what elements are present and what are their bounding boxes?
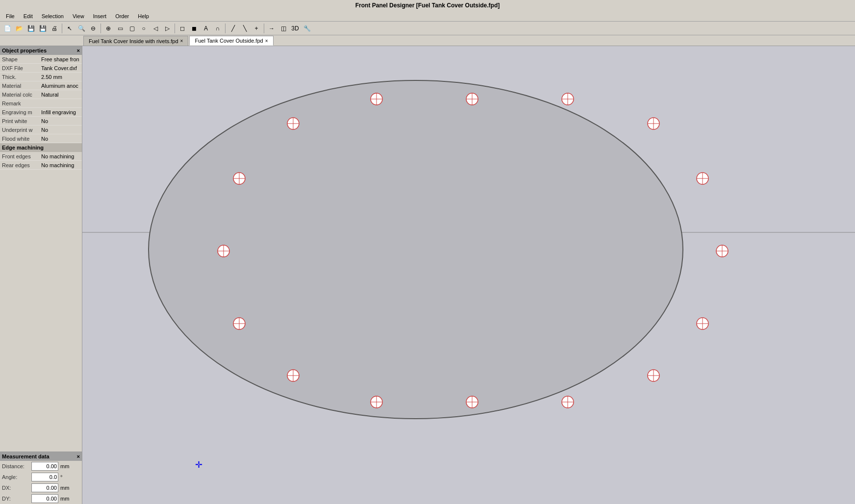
prop-label-dxf: DXF File bbox=[0, 65, 39, 71]
meas-input-dy[interactable] bbox=[31, 494, 58, 503]
meas-unit-dy: mm bbox=[60, 496, 69, 502]
rivet-center-r bbox=[716, 245, 728, 257]
prop-label-frontedges: Front edges bbox=[0, 153, 39, 159]
toolbar-btn-1[interactable]: 📂 bbox=[14, 23, 25, 34]
toolbar-btn-12[interactable]: ◁ bbox=[150, 23, 161, 34]
obj-props-close[interactable]: × bbox=[77, 48, 80, 53]
prop-value-floodwhite: No bbox=[39, 136, 82, 142]
tab-close-0[interactable]: × bbox=[180, 38, 183, 44]
edge-machining-label: Edge machining bbox=[2, 145, 44, 151]
meas-label-dy: DY: bbox=[2, 496, 31, 502]
canvas-area[interactable]: ✛ bbox=[82, 46, 855, 504]
menu-item-file[interactable]: File bbox=[2, 12, 19, 20]
prop-value-rearedges: No machining bbox=[39, 162, 82, 168]
prop-label-shape: Shape bbox=[0, 56, 39, 62]
meas-close[interactable]: × bbox=[77, 454, 80, 459]
toolbar-btn-22[interactable]: ◫ bbox=[278, 23, 289, 34]
prop-label-engrave: Engraving m bbox=[0, 109, 39, 115]
prop-label-rearedges: Rear edges bbox=[0, 162, 39, 168]
menu-bar: FileEditSelectionViewInsertOrderHelp bbox=[0, 11, 855, 22]
toolbar-btn-10[interactable]: ▢ bbox=[126, 23, 137, 34]
toolbar-separator-21 bbox=[264, 24, 264, 33]
prop-value-engrave: Infill engraving bbox=[39, 109, 82, 115]
toolbar-btn-23[interactable]: 3D bbox=[290, 23, 301, 34]
rivet-top-2 bbox=[371, 93, 382, 105]
toolbar-separator-5 bbox=[62, 24, 62, 33]
prop-label-floodwhite: Flood white bbox=[0, 136, 39, 142]
meas-input-angle[interactable] bbox=[31, 473, 58, 481]
rivet-bot-1 bbox=[287, 370, 299, 381]
toolbar-btn-16[interactable]: A bbox=[201, 23, 211, 34]
toolbar-btn-19[interactable]: ╲ bbox=[239, 23, 250, 34]
toolbar-btn-4[interactable]: 🖨 bbox=[49, 23, 60, 34]
rivet-center-l bbox=[218, 245, 229, 257]
prop-label-material: Material bbox=[0, 83, 39, 89]
toolbar-btn-0[interactable]: 📄 bbox=[2, 23, 13, 34]
rivet-bot-2 bbox=[371, 396, 382, 408]
prop-row-remark: Remark bbox=[0, 99, 82, 108]
prop-row-dxf: DXF File Tank Cover.dxf bbox=[0, 64, 82, 73]
toolbar-separator-8 bbox=[101, 24, 101, 33]
toolbar-separator-18 bbox=[225, 24, 226, 33]
toolbar-btn-17[interactable]: ∩ bbox=[212, 23, 223, 34]
menu-item-view[interactable]: View bbox=[69, 12, 88, 20]
menu-item-order[interactable]: Order bbox=[111, 12, 133, 20]
toolbar-btn-9[interactable]: ▭ bbox=[115, 23, 126, 34]
panel-svg: ✛ bbox=[82, 46, 855, 504]
rivet-top-1 bbox=[287, 118, 299, 129]
prop-row-matcolor: Material colc Natural bbox=[0, 90, 82, 99]
prop-row-underprint: Underprint w No bbox=[0, 126, 82, 134]
toolbar-separator-14 bbox=[175, 24, 175, 33]
object-properties: Object properties × Shape Free shape fro… bbox=[0, 46, 82, 452]
meas-input-dx[interactable] bbox=[31, 483, 58, 492]
rivet-mid-r2 bbox=[697, 318, 708, 329]
toolbar-btn-3[interactable]: 💾 bbox=[37, 23, 48, 34]
toolbar-btn-11[interactable]: ○ bbox=[138, 23, 149, 34]
prop-row-shape: Shape Free shape fron bbox=[0, 55, 82, 64]
tabs-bar: Fuel Tank Cover Inside with rivets.fpd×F… bbox=[0, 35, 855, 46]
toolbar-btn-24[interactable]: 🔧 bbox=[302, 23, 312, 34]
prop-row-material: Material Aluminum anoc bbox=[0, 81, 82, 90]
menu-item-help[interactable]: Help bbox=[134, 12, 153, 20]
obj-props-title: Object properties bbox=[2, 48, 47, 53]
menu-item-edit[interactable]: Edit bbox=[20, 12, 37, 20]
prop-value-underprint: No bbox=[39, 127, 82, 133]
tab-1[interactable]: Fuel Tank Cover Outside.fpd× bbox=[189, 36, 273, 46]
rivet-mid-l2 bbox=[233, 318, 245, 329]
tab-close-1[interactable]: × bbox=[265, 38, 268, 44]
meas-row-angle: Angle: ° bbox=[0, 472, 82, 482]
rivet-top-4 bbox=[562, 93, 574, 105]
prop-row-floodwhite: Flood white No bbox=[0, 134, 82, 143]
rivet-top-3 bbox=[466, 93, 478, 105]
meas-row-distance: Distance: mm bbox=[0, 461, 82, 472]
meas-header: Measurement data × bbox=[0, 452, 82, 461]
toolbar-btn-14[interactable]: ◻ bbox=[177, 23, 188, 34]
toolbar-btn-8[interactable]: ⊕ bbox=[103, 23, 114, 34]
measurement-data: Measurement data × Distance: mm Angle: °… bbox=[0, 452, 82, 504]
prop-label-matcolor: Material colc bbox=[0, 92, 39, 98]
toolbar-btn-13[interactable]: ▷ bbox=[162, 23, 173, 34]
meas-unit-angle: ° bbox=[60, 474, 62, 480]
tab-0[interactable]: Fuel Tank Cover Inside with rivets.fpd× bbox=[83, 36, 188, 46]
toolbar-btn-5[interactable]: ↖ bbox=[64, 23, 75, 34]
prop-row-thick: Thick. 2.50 mm bbox=[0, 73, 82, 81]
toolbar-btn-15[interactable]: ◼ bbox=[189, 23, 200, 34]
meas-row-dy: DY: mm bbox=[0, 493, 82, 504]
rivet-mid-r1 bbox=[697, 173, 708, 184]
toolbar-btn-2[interactable]: 💾 bbox=[25, 23, 36, 34]
main-content: Object properties × Shape Free shape fro… bbox=[0, 46, 855, 504]
meas-unit-distance: mm bbox=[60, 463, 69, 469]
prop-value-shape: Free shape fron bbox=[39, 56, 82, 62]
rivet-bot-4 bbox=[562, 396, 574, 408]
toolbar-btn-18[interactable]: ╱ bbox=[227, 23, 238, 34]
meas-input-distance[interactable] bbox=[31, 462, 58, 471]
menu-item-selection[interactable]: Selection bbox=[38, 12, 68, 20]
toolbar-btn-6[interactable]: 🔍 bbox=[76, 23, 87, 34]
prop-row-frontedges: Front edges No machining bbox=[0, 152, 82, 161]
toolbar-btn-21[interactable]: → bbox=[266, 23, 277, 34]
meas-title: Measurement data bbox=[2, 454, 50, 459]
menu-item-insert[interactable]: Insert bbox=[89, 12, 111, 20]
rivet-mid-l1 bbox=[233, 173, 245, 184]
toolbar-btn-20[interactable]: + bbox=[251, 23, 262, 34]
toolbar-btn-7[interactable]: ⊖ bbox=[88, 23, 99, 34]
